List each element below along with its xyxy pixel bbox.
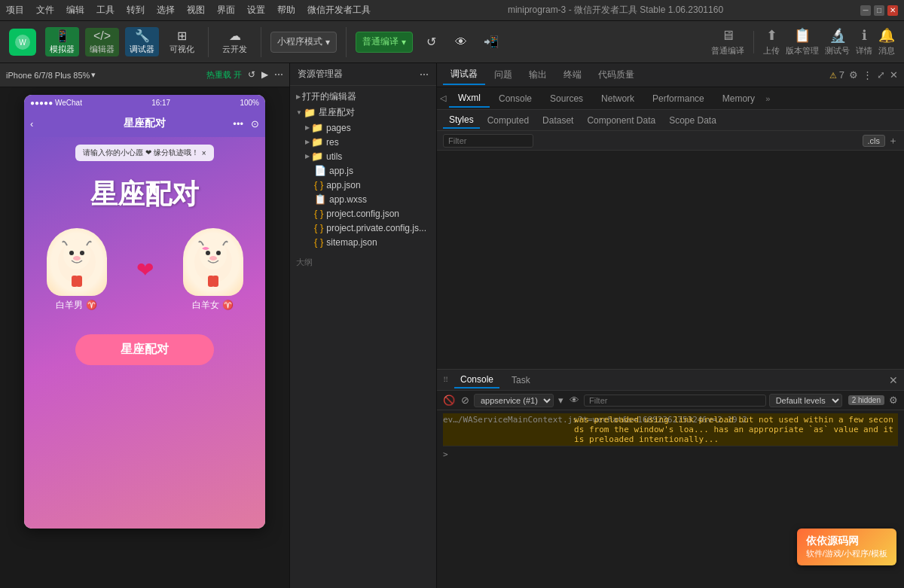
- compile-dropdown[interactable]: 普通编译 ▾: [356, 32, 413, 53]
- console-clear-button[interactable]: 🚫: [441, 393, 457, 407]
- style-tab-dataset[interactable]: Dataset: [536, 113, 579, 128]
- close-devtools-icon[interactable]: ✕: [890, 69, 898, 81]
- toolbar-separator-3: [346, 27, 347, 57]
- sim-refresh-button[interactable]: ↺: [248, 69, 255, 81]
- svg-point-11: [206, 251, 210, 255]
- version-icon: 📋: [794, 27, 811, 44]
- add-style-icon[interactable]: ＋: [888, 134, 898, 148]
- tab-problems[interactable]: 问题: [487, 66, 520, 84]
- nav-menu-icon[interactable]: ⊙: [251, 118, 259, 129]
- style-tab-scopedata[interactable]: Scope Data: [663, 113, 722, 128]
- tree-item-projectprivate[interactable]: { } project.private.config.js...: [290, 221, 436, 235]
- input-hint[interactable]: 请输入你的小心愿 ❤ 缘分轨迹哦！ ×: [75, 145, 213, 161]
- tab-codequality[interactable]: 代码质量: [591, 66, 642, 84]
- nav-more-icon[interactable]: •••: [233, 118, 243, 129]
- wxml-tab-network[interactable]: Network: [592, 90, 643, 107]
- mode-dropdown[interactable]: 小程序模式 ▾: [270, 32, 337, 53]
- console-eye-icon[interactable]: 👁: [568, 393, 581, 407]
- tree-opened-editors[interactable]: ▶ 打开的编辑器: [290, 89, 436, 105]
- hot-reload-toggle[interactable]: 热重载 开: [206, 69, 242, 81]
- menu-item-wechat[interactable]: 微信开发者工具: [307, 4, 371, 17]
- tree-item-appwxss[interactable]: 📋 app.wxss: [290, 192, 436, 206]
- wxml-tab-sources[interactable]: Sources: [541, 90, 592, 107]
- tree-item-projectconfig[interactable]: { } project.config.json: [290, 206, 436, 221]
- close-hint-icon[interactable]: ×: [202, 149, 206, 157]
- tree-item-res[interactable]: ▶ 📁 res: [290, 135, 436, 149]
- wxml-tab-wxml[interactable]: Wxml: [449, 90, 490, 108]
- menu-item-view[interactable]: 视图: [187, 4, 205, 17]
- console-level-select[interactable]: Default levels: [769, 394, 842, 407]
- device-icon-button[interactable]: 📲: [479, 32, 503, 52]
- close-button[interactable]: ✕: [887, 5, 898, 16]
- tab-terminal[interactable]: 终端: [556, 66, 589, 84]
- console-filter-toggle[interactable]: ⊘: [460, 393, 471, 407]
- console-tab-task[interactable]: Task: [505, 373, 536, 388]
- wxml-tab-more-icon[interactable]: »: [765, 94, 770, 103]
- file-panel-more-icon[interactable]: ⋯: [420, 69, 429, 80]
- menu-item-settings[interactable]: 设置: [247, 4, 265, 17]
- cloud-button[interactable]: ☁ 云开发: [218, 27, 252, 56]
- simulator-button[interactable]: 📱 模拟器: [45, 27, 79, 56]
- more-icon[interactable]: ⋮: [863, 69, 872, 81]
- console-filter-input[interactable]: [584, 395, 766, 407]
- tree-item-appjs[interactable]: 📄 app.js: [290, 163, 436, 178]
- testno-action[interactable]: 🔬 测试号: [825, 27, 850, 56]
- style-tab-componentdata[interactable]: Component Data: [581, 113, 661, 128]
- wxml-tab-memory[interactable]: Memory: [713, 90, 764, 107]
- visualize-button[interactable]: ⊞ 可视化: [165, 27, 199, 56]
- cls-button[interactable]: .cls: [863, 135, 886, 147]
- menu-item-goto[interactable]: 转到: [127, 4, 145, 17]
- menu-item-interface[interactable]: 界面: [217, 4, 235, 17]
- back-icon[interactable]: ‹: [30, 118, 33, 129]
- upload-action[interactable]: ⬆ 上传: [763, 27, 780, 56]
- tree-item-pages[interactable]: ▶ 📁 pages: [290, 120, 436, 135]
- tree-project-root[interactable]: ▼ 📁 星座配对: [290, 105, 436, 120]
- menu-item-select[interactable]: 选择: [157, 4, 175, 17]
- debugger-button[interactable]: 🔧 调试器: [125, 27, 159, 56]
- menu-bar: 项目 文件 编辑 工具 转到 选择 视图 界面 设置 帮助 微信开发者工具 mi…: [0, 0, 904, 21]
- console-drag-handle[interactable]: ⠿: [443, 376, 448, 384]
- minimize-button[interactable]: ─: [860, 5, 871, 16]
- pages-folder-icon: 📁: [311, 122, 323, 133]
- menu-item-tools[interactable]: 工具: [96, 4, 115, 17]
- expand-icon[interactable]: ⤢: [877, 69, 885, 81]
- tree-item-appjson[interactable]: { } app.json: [290, 178, 436, 192]
- svg-rect-8: [76, 276, 82, 287]
- filter-input[interactable]: [443, 134, 533, 148]
- compile-action[interactable]: 🖥 普通编译: [711, 28, 744, 56]
- json-icon-3: { }: [314, 222, 323, 233]
- zodiac-match-button[interactable]: 星座配对: [75, 334, 214, 365]
- preview-icon-button[interactable]: 👁: [449, 32, 473, 52]
- refresh-button[interactable]: ↺: [419, 32, 443, 52]
- console-settings-icon[interactable]: ⚙: [887, 393, 899, 407]
- maximize-button[interactable]: □: [874, 5, 884, 16]
- console-close-icon[interactable]: ✕: [889, 374, 898, 386]
- tab-output[interactable]: 输出: [521, 66, 554, 84]
- sim-play-button[interactable]: ▶: [261, 69, 268, 81]
- editor-button[interactable]: </> 编辑器: [85, 28, 119, 56]
- wxml-tab-console[interactable]: Console: [490, 90, 541, 107]
- menu-item-help[interactable]: 帮助: [277, 4, 295, 17]
- menu-item-edit[interactable]: 编辑: [66, 4, 84, 17]
- messages-action[interactable]: 🔔 消息: [878, 27, 895, 56]
- style-tab-styles[interactable]: Styles: [443, 112, 480, 129]
- console-tab-console[interactable]: Console: [454, 372, 499, 388]
- console-source-select[interactable]: appservice (#1): [474, 394, 554, 407]
- wxml-tab-performance[interactable]: Performance: [643, 90, 713, 107]
- style-tab-computed[interactable]: Computed: [481, 113, 535, 128]
- version-action[interactable]: 📋 版本管理: [786, 27, 819, 56]
- tree-item-sitemap[interactable]: { } sitemap.json: [290, 235, 436, 249]
- device-selector[interactable]: iPhone 6/7/8 Plus 85% ▾: [6, 70, 96, 80]
- cloud-icon: ☁: [229, 29, 241, 43]
- details-action[interactable]: ℹ 详情: [856, 27, 872, 56]
- tab-debugger[interactable]: 调试器: [443, 65, 485, 85]
- menu-item-project[interactable]: 项目: [6, 4, 24, 17]
- sim-more-button[interactable]: ⋯: [274, 69, 283, 81]
- console-dropdown-icon[interactable]: ▾: [557, 393, 565, 407]
- menu-item-file[interactable]: 文件: [36, 4, 54, 17]
- compile-action-icon: 🖥: [721, 28, 734, 44]
- res-label: res: [326, 137, 339, 148]
- tree-item-utils[interactable]: ▶ 📁 utils: [290, 149, 436, 163]
- settings-icon[interactable]: ⚙: [849, 69, 858, 81]
- simulator-body: ●●●●● WeChat 16:17 100% ‹ 星座配对 ••• ⊙: [0, 87, 289, 588]
